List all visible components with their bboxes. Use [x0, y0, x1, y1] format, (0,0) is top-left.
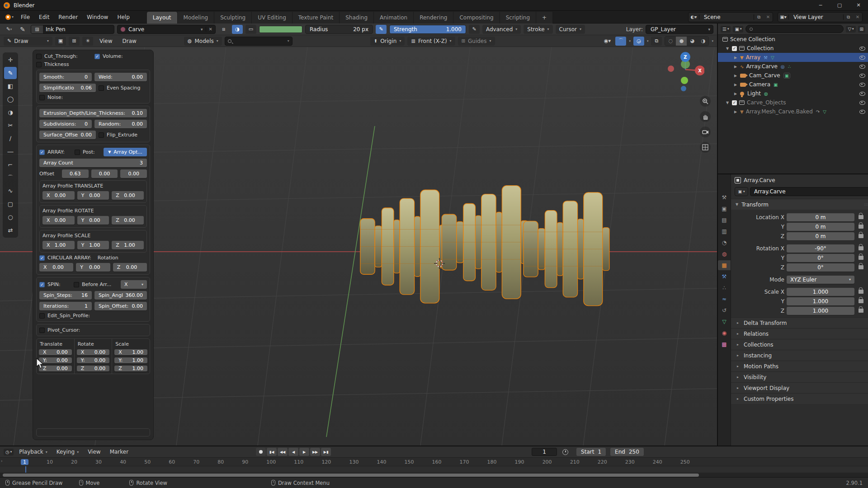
lock-icon[interactable]: [859, 290, 863, 294]
prev-keyframe-button[interactable]: ◀◀: [278, 448, 288, 456]
material-selector[interactable]: Carve ▾ ✕: [117, 25, 216, 34]
collection-checkbox[interactable]: ✓: [732, 100, 737, 105]
expand-icon[interactable]: ▶: [733, 83, 738, 87]
timeline-scrollbar[interactable]: [0, 473, 868, 477]
camera-data-icon[interactable]: ▣: [783, 73, 790, 79]
translate-x-field[interactable]: X0.00: [39, 349, 72, 355]
tab-material[interactable]: ◉: [718, 328, 731, 338]
menu-window[interactable]: Window: [82, 11, 113, 23]
post-checkbox[interactable]: Post:: [75, 149, 101, 155]
scale-x-field[interactable]: 1.000: [787, 288, 854, 296]
mesh-data-icon[interactable]: ▽: [823, 109, 826, 114]
models-dropdown[interactable]: ◍Models▾: [184, 37, 222, 46]
shading-wireframe-icon[interactable]: ◌: [665, 37, 676, 46]
weld-field[interactable]: Weld:0.00: [94, 73, 147, 81]
unlink-scene-icon[interactable]: ✕: [764, 14, 773, 19]
shading-solid-icon[interactable]: ●: [676, 37, 687, 46]
extrusion-depth-field[interactable]: Extrusion_Depth/Line_Thickness:0.10: [39, 109, 147, 117]
hide-eye-icon[interactable]: [859, 56, 865, 60]
collapsed-section-header[interactable]: ▸Custom Properties: [731, 393, 868, 404]
use-preview-range-icon[interactable]: [562, 449, 568, 455]
expand-icon[interactable]: ▼: [725, 101, 730, 105]
layer-selector[interactable]: GP_Layer ▾: [646, 25, 713, 34]
profile-scale-z[interactable]: Z1.00: [112, 241, 144, 249]
add-workspace-button[interactable]: +: [536, 12, 553, 23]
tab-world[interactable]: ◍: [718, 249, 731, 259]
tab-view-layer[interactable]: ▥: [718, 226, 731, 236]
shading-rendered-icon[interactable]: ◑: [698, 37, 708, 46]
circular-rotation-y[interactable]: Y0.00: [76, 263, 110, 272]
tool-polyline[interactable]: ⌐: [4, 159, 17, 171]
object-name-field[interactable]: Array.Carve: [750, 187, 868, 196]
outliner-editor-type-icon[interactable]: ☰▾: [721, 26, 731, 33]
transform-section-header[interactable]: ▼ Transform ∷∷: [731, 199, 868, 210]
tool-curve[interactable]: ∿: [4, 185, 17, 197]
cursor-dropdown[interactable]: Cursor▾: [556, 25, 585, 34]
edit-spin-profile-checkbox[interactable]: Edit_Spin_Profile:: [39, 313, 90, 319]
profile-scale-y[interactable]: Y1.00: [77, 241, 109, 249]
scale-y-field[interactable]: 1.000: [787, 297, 854, 305]
outliner-filter-icon[interactable]: ▽▾: [846, 26, 855, 33]
move-view-hand-icon[interactable]: [700, 111, 711, 122]
strength-pressure-icon[interactable]: ✎: [469, 25, 480, 34]
outliner-row-collection[interactable]: ▼ ✓ Collection: [718, 44, 868, 53]
scale-z-field[interactable]: 1.000: [787, 307, 854, 315]
tab-uv-editing[interactable]: UV Editing: [252, 12, 292, 23]
rotate-y-field[interactable]: Y:0.00: [77, 357, 110, 363]
lock-icon[interactable]: [859, 265, 863, 269]
array-count-field[interactable]: Array Count3: [39, 159, 147, 167]
scale-x-field[interactable]: X1.00: [114, 349, 147, 355]
tab-texture-paint[interactable]: Texture Paint: [292, 12, 340, 23]
timeline-ruler[interactable]: › 11020304050607080901001101201301401501…: [0, 458, 868, 466]
outliner-row-camera[interactable]: ▶ Camera ▣: [718, 80, 868, 89]
profile-scale-x[interactable]: X1.00: [42, 241, 75, 249]
rotate-z-field[interactable]: Z0.00: [77, 366, 110, 371]
circular-rotation-z[interactable]: Z0.00: [113, 263, 147, 272]
expand-icon[interactable]: ▶: [733, 74, 738, 78]
light-data-icon[interactable]: ◍: [764, 91, 768, 96]
lock-icon[interactable]: [859, 309, 863, 313]
tab-scene[interactable]: ◔: [718, 238, 731, 248]
camera-data-icon[interactable]: ▣: [774, 82, 778, 87]
tab-physics[interactable]: ≈: [718, 294, 731, 304]
expand-icon[interactable]: ▶: [733, 56, 738, 60]
new-collection-icon[interactable]: ⊞: [858, 26, 865, 33]
hide-eye-icon[interactable]: [859, 65, 865, 69]
timeline-view-menu[interactable]: View: [84, 449, 104, 455]
nodes-data-icon[interactable]: ∴: [788, 64, 791, 69]
advanced-dropdown[interactable]: Advanced▾: [482, 25, 521, 34]
playhead[interactable]: [25, 466, 26, 473]
next-keyframe-button[interactable]: ▶▶: [310, 448, 320, 456]
scrollbar-thumb[interactable]: [3, 474, 699, 477]
collapsed-section-header[interactable]: ▸Collections: [731, 339, 868, 350]
offset-z-field[interactable]: 0.00: [120, 169, 147, 178]
even-spacing-checkbox[interactable]: Even Spacing: [99, 85, 147, 91]
tab-particles[interactable]: ∴: [718, 283, 731, 293]
tool-box[interactable]: ▢: [4, 198, 17, 210]
outliner-row-cam-carve[interactable]: ▶ Cam_Carve ▣: [718, 71, 868, 80]
stroke-placement-icon[interactable]: ⊞: [69, 37, 80, 46]
viewport-search-input[interactable]: ▾: [225, 37, 292, 46]
collapsed-panel-strip[interactable]: [36, 428, 150, 436]
collection-checkbox[interactable]: ✓: [732, 46, 737, 51]
current-frame-field[interactable]: 1: [532, 448, 557, 456]
mode-dropdown[interactable]: ✎Draw▾: [4, 37, 52, 46]
profile-rotate-z[interactable]: Z0.00: [112, 216, 144, 225]
cut-through-checkbox[interactable]: Cut_Through:: [36, 53, 92, 59]
timeline-editor-type-icon[interactable]: ◷▾: [4, 449, 14, 455]
tab-modifiers[interactable]: ⚒: [718, 272, 731, 282]
radius-field[interactable]: Radius 20 px: [305, 25, 373, 34]
offset-x-field[interactable]: 0.63: [62, 169, 89, 178]
menu-file[interactable]: File: [16, 11, 34, 23]
pin-material-icon[interactable]: ⧈: [218, 25, 229, 34]
frame-start-field[interactable]: Start1: [576, 448, 606, 456]
location-x-field[interactable]: 0 m: [787, 213, 854, 221]
play-reverse-button[interactable]: ◀: [288, 448, 298, 456]
3d-viewport[interactable]: ✛ ✎ ◧ ◯ ◑ ✂ ∕ ― ⌐ ⌒ ∿ ▢ ○ ⇄ Cut_Through:…: [0, 47, 717, 446]
circular-rotation-x[interactable]: X0.00: [39, 263, 73, 272]
array-checkbox[interactable]: ✓ARRAY:: [39, 149, 72, 155]
array-options-button[interactable]: ▼Array Opt...: [104, 148, 147, 156]
location-z-field[interactable]: 0 m: [787, 232, 854, 240]
tool-erase[interactable]: ◯: [4, 93, 17, 105]
spin-axis-dropdown[interactable]: X▾: [121, 280, 147, 289]
